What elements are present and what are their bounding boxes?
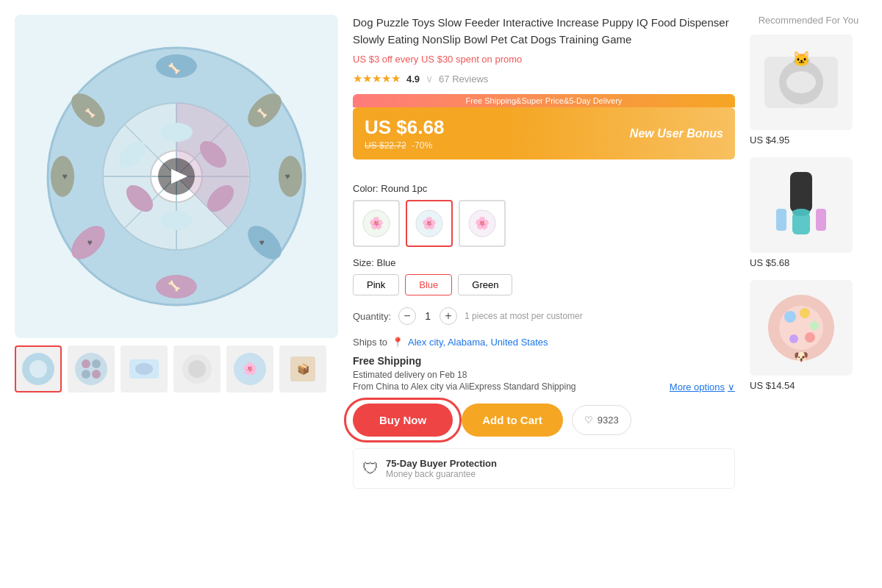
svg-point-39 bbox=[135, 363, 153, 375]
protection-info: 75-Day Buyer Protection Money back guara… bbox=[386, 458, 497, 479]
svg-text:🦴: 🦴 bbox=[168, 62, 181, 75]
svg-text:🦴: 🦴 bbox=[257, 107, 268, 118]
buyer-protection-row: 🛡 75-Day Buyer Protection Money back gua… bbox=[353, 448, 735, 489]
svg-rect-60 bbox=[776, 209, 786, 231]
svg-text:♥: ♥ bbox=[259, 237, 264, 248]
svg-point-32 bbox=[29, 360, 47, 378]
thumbnail-6[interactable]: 📦 bbox=[279, 345, 326, 392]
price-original: US $22.72 -70% bbox=[365, 140, 444, 151]
thumbnail-list: 🌸 📦 bbox=[15, 345, 338, 392]
quantity-note: 1 pieces at most per customer bbox=[465, 311, 583, 321]
product-title: Dog Puzzle Toys Slow Feeder Interactive … bbox=[353, 15, 735, 48]
heart-icon: ♡ bbox=[584, 415, 593, 426]
color-swatch-3[interactable]: 🌸 bbox=[459, 200, 506, 247]
color-options: 🌸 🌸 🌸 bbox=[353, 200, 735, 247]
protection-title: 75-Day Buyer Protection bbox=[386, 458, 497, 469]
protection-sub: Money back guarantee bbox=[386, 469, 497, 479]
thumbnail-5[interactable]: 🌸 bbox=[226, 345, 273, 392]
svg-rect-56 bbox=[790, 172, 812, 212]
size-btn-green[interactable]: Green bbox=[458, 274, 512, 295]
svg-point-33 bbox=[75, 353, 107, 385]
color-swatch-2[interactable]: 🌸 bbox=[406, 200, 453, 247]
more-options-link[interactable]: More options ∨ bbox=[670, 381, 735, 392]
svg-text:♥: ♥ bbox=[87, 237, 92, 248]
svg-point-34 bbox=[82, 359, 90, 368]
product-svg: 🦴 🦴 ♥ ♥ 🦴 ♥ ♥ 🦴 bbox=[37, 37, 316, 316]
svg-text:🌸: 🌸 bbox=[243, 362, 257, 376]
product-details-section: Dog Puzzle Toys Slow Feeder Interactive … bbox=[353, 15, 735, 489]
rating-number: 4.9 bbox=[406, 74, 420, 85]
svg-point-66 bbox=[805, 332, 815, 343]
svg-point-41 bbox=[188, 360, 206, 378]
quantity-value: 1 bbox=[420, 310, 435, 322]
svg-text:♥: ♥ bbox=[284, 171, 290, 182]
recommended-item-2[interactable]: US $5.68 bbox=[750, 157, 867, 268]
svg-text:🐶: 🐶 bbox=[794, 350, 808, 364]
size-btn-blue[interactable]: Blue bbox=[405, 274, 452, 295]
recommended-item-1[interactable]: 🐱 US $4.95 bbox=[750, 35, 867, 146]
size-options: Pink Blue Green bbox=[353, 274, 735, 295]
recommended-price-3: US $14.54 bbox=[750, 380, 867, 391]
recommended-image-3: 🐶 bbox=[750, 280, 853, 376]
svg-point-58 bbox=[792, 209, 810, 216]
location-icon: 📍 bbox=[392, 337, 404, 348]
thumbnail-1[interactable] bbox=[15, 345, 62, 392]
review-count: 67 Reviews bbox=[439, 74, 488, 85]
price-banner-wrap: Free Shipping&Super Price&5-Day Delivery… bbox=[353, 94, 735, 171]
svg-point-63 bbox=[784, 311, 796, 323]
recommended-image-2 bbox=[750, 157, 853, 253]
thumbnail-4[interactable] bbox=[173, 345, 220, 392]
promo-text: US $3 off every US $30 spent on promo bbox=[353, 54, 735, 65]
svg-text:🦴: 🦴 bbox=[168, 280, 181, 293]
svg-point-36 bbox=[82, 370, 90, 379]
svg-text:🌸: 🌸 bbox=[422, 216, 437, 230]
size-btn-pink[interactable]: Pink bbox=[353, 274, 399, 295]
shipping-title: Free Shipping bbox=[353, 355, 735, 367]
shipping-section: Free Shipping Estimated delivery on Feb … bbox=[353, 355, 735, 392]
chevron-down-icon: ∨ bbox=[728, 381, 735, 392]
shipping-delivery: Estimated delivery on Feb 18 bbox=[353, 370, 735, 380]
product-images-section: 🦴 🦴 ♥ ♥ 🦴 ♥ ♥ 🦴 bbox=[15, 15, 338, 489]
svg-point-35 bbox=[92, 359, 101, 368]
quantity-control: − 1 + bbox=[398, 307, 457, 325]
thumbnail-2[interactable] bbox=[68, 345, 115, 392]
svg-text:📦: 📦 bbox=[297, 363, 310, 376]
wishlist-button[interactable]: ♡ 9323 bbox=[572, 405, 631, 435]
buy-now-wrap: Buy Now bbox=[353, 404, 453, 437]
quantity-label: Quantity: bbox=[353, 311, 391, 322]
thumbnail-3[interactable] bbox=[121, 345, 168, 392]
recommended-item-3[interactable]: 🐶 US $14.54 bbox=[750, 280, 867, 391]
shield-icon: 🛡 bbox=[362, 459, 379, 478]
action-row: Buy Now Add to Cart ♡ 9323 bbox=[353, 404, 735, 437]
location-link[interactable]: Alex city, Alabama, United States bbox=[408, 337, 548, 348]
discount-percent: -70% bbox=[412, 140, 432, 151]
price-main: US $6.68 US $22.72 -70% bbox=[365, 116, 444, 151]
buy-now-button[interactable]: Buy Now bbox=[353, 404, 453, 437]
quantity-increase-button[interactable]: + bbox=[440, 307, 457, 325]
recommended-price-2: US $5.68 bbox=[750, 257, 867, 268]
svg-point-67 bbox=[789, 334, 798, 343]
product-page: 🦴 🦴 ♥ ♥ 🦴 ♥ ♥ 🦴 bbox=[0, 0, 882, 503]
quantity-row: Quantity: − 1 + 1 pieces at most per cus… bbox=[353, 307, 735, 325]
svg-text:🦴: 🦴 bbox=[85, 107, 96, 118]
svg-point-65 bbox=[810, 321, 819, 330]
price-usd: US $6.68 bbox=[365, 116, 444, 139]
recommended-price-1: US $4.95 bbox=[750, 135, 867, 146]
ships-to-row: Ships to 📍 Alex city, Alabama, United St… bbox=[353, 337, 735, 348]
ships-to-label: Ships to bbox=[353, 337, 387, 348]
wishlist-count: 9323 bbox=[598, 415, 619, 426]
rating-row: ★★★★★ 4.9 ∨ 67 Reviews bbox=[353, 72, 735, 85]
color-label: Color: Round 1pc bbox=[353, 183, 735, 194]
quantity-decrease-button[interactable]: − bbox=[398, 307, 416, 325]
original-price: US $22.72 bbox=[365, 140, 406, 151]
add-to-cart-button[interactable]: Add to Cart bbox=[462, 404, 563, 437]
svg-point-23 bbox=[160, 123, 193, 142]
recommended-title: Recommended For You bbox=[750, 15, 867, 26]
svg-point-9 bbox=[279, 156, 302, 197]
svg-point-37 bbox=[92, 370, 101, 379]
new-user-bonus-badge: New User Bonus bbox=[630, 127, 723, 140]
svg-point-64 bbox=[800, 308, 810, 318]
color-swatch-1[interactable]: 🌸 bbox=[353, 200, 400, 247]
svg-text:🌸: 🌸 bbox=[369, 216, 384, 230]
size-label: Size: Blue bbox=[353, 257, 735, 268]
